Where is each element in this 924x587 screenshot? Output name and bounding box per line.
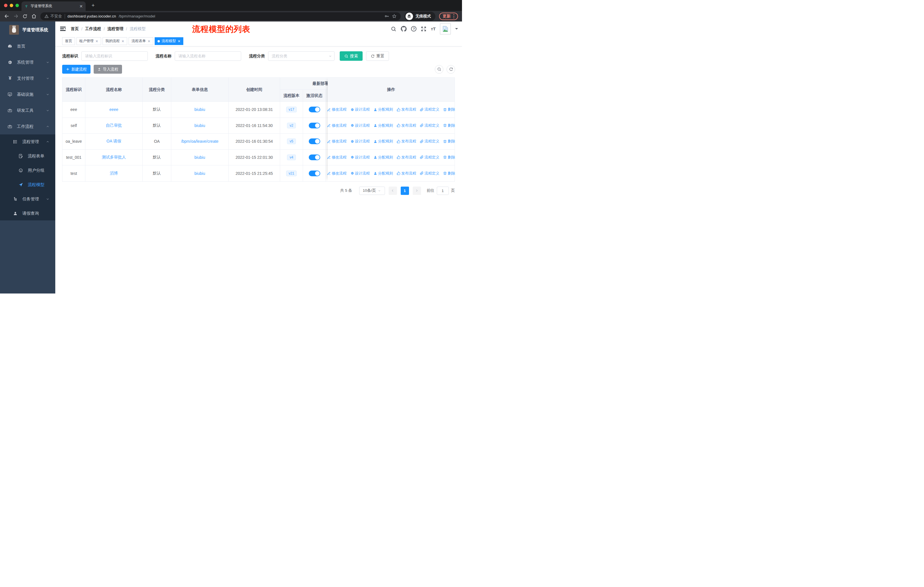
font-size-icon[interactable]: ᴛT [431, 26, 436, 31]
maximize-window-button[interactable] [15, 4, 19, 7]
create-process-button[interactable]: 新建流程 [62, 65, 91, 74]
action-delete-link[interactable]: 删除 [443, 107, 455, 112]
sidebar-item-gear[interactable]: 系统管理 [0, 54, 55, 70]
action-deploy-link[interactable]: 发布流程 [397, 155, 416, 160]
action-delete-link[interactable]: 删除 [443, 171, 455, 176]
home-icon[interactable] [31, 13, 37, 19]
prev-page-button[interactable] [389, 187, 397, 195]
help-icon[interactable]: ? [411, 26, 416, 31]
tag-view-item[interactable]: 租户管理✕ [76, 37, 101, 45]
action-design-link[interactable]: 设计流程 [350, 171, 370, 176]
process-name-link[interactable]: 自己审批 [106, 123, 122, 128]
action-design-link[interactable]: 设计流程 [350, 139, 370, 144]
sidebar-item-user[interactable]: 请假查询 [0, 206, 55, 220]
form-info-link[interactable]: biubiu [195, 123, 205, 128]
action-design-link[interactable]: 设计流程 [350, 123, 370, 128]
breadcrumb-item[interactable]: 流程管理 [107, 26, 124, 31]
forward-icon[interactable] [13, 13, 19, 19]
action-deploy-link[interactable]: 发布流程 [397, 139, 416, 144]
active-toggle[interactable] [309, 154, 320, 160]
action-definition-link[interactable]: 流程定义 [420, 155, 439, 160]
action-definition-link[interactable]: 流程定义 [420, 171, 439, 176]
form-info-link[interactable]: /bpm/oa/leave/create [181, 139, 219, 144]
search-icon[interactable] [391, 26, 396, 32]
action-assign-link[interactable]: 分配规则 [373, 139, 393, 144]
version-badge[interactable]: v2 [287, 123, 296, 128]
sidebar-item-form[interactable]: 流程表单 [0, 149, 55, 163]
action-assign-link[interactable]: 分配规则 [373, 123, 393, 128]
close-icon[interactable]: ✕ [121, 39, 124, 43]
security-warning[interactable]: 不安全 [45, 14, 62, 19]
new-tab-button[interactable]: + [89, 2, 97, 9]
sidebar-item-yen[interactable]: ¥支付管理 [0, 70, 55, 86]
version-badge[interactable]: v17 [286, 107, 297, 112]
action-design-link[interactable]: 设计流程 [350, 107, 370, 112]
action-edit-link[interactable]: 修改流程 [327, 123, 346, 128]
sidebar-item-briefcase[interactable]: 工作流程 [0, 118, 55, 134]
url-bar[interactable]: 不安全 dashboard.yudao.iocoder.cn/bpm/manag… [40, 12, 401, 20]
refresh-table-button[interactable] [447, 65, 455, 74]
sidebar-item-monitor[interactable]: 基础设施 [0, 86, 55, 103]
action-delete-link[interactable]: 删除 [443, 155, 455, 160]
process-name-link[interactable]: 测试多审批人 [102, 155, 126, 160]
next-page-button[interactable] [413, 187, 421, 195]
close-icon[interactable]: ✕ [178, 39, 180, 43]
action-deploy-link[interactable]: 发布流程 [397, 171, 416, 176]
page-size-select[interactable]: 10条/页 [359, 187, 385, 195]
filter-category-select[interactable]: 流程分类 [268, 51, 335, 61]
breadcrumb-item[interactable]: 工作流程 [85, 26, 101, 31]
tag-view-active[interactable]: 流程模型✕ [155, 37, 183, 45]
action-assign-link[interactable]: 分配规则 [373, 155, 393, 160]
action-deploy-link[interactable]: 发布流程 [397, 107, 416, 112]
filter-key-input[interactable] [81, 51, 148, 61]
form-info-link[interactable]: biubiu [195, 171, 205, 176]
filter-name-input[interactable] [175, 51, 241, 61]
active-toggle[interactable] [309, 139, 320, 144]
action-delete-link[interactable]: 删除 [443, 123, 455, 128]
action-assign-link[interactable]: 分配规则 [373, 107, 393, 112]
action-edit-link[interactable]: 修改流程 [327, 171, 346, 176]
action-assign-link[interactable]: 分配规则 [373, 171, 393, 176]
sidebar-item-list[interactable]: 流程管理 [0, 134, 55, 149]
close-window-button[interactable] [4, 4, 7, 7]
close-icon[interactable]: ✕ [147, 39, 150, 43]
action-definition-link[interactable]: 流程定义 [420, 107, 439, 112]
action-design-link[interactable]: 设计流程 [350, 155, 370, 160]
back-icon[interactable] [4, 13, 10, 19]
minimize-window-button[interactable] [10, 4, 13, 7]
sidebar-item-plane[interactable]: 流程模型 [0, 177, 55, 192]
browser-tab[interactable]: 芋道管理系统 ✕ [21, 2, 86, 11]
process-name-link[interactable]: eeee [109, 107, 118, 112]
tag-view-item[interactable]: 我的流程✕ [102, 37, 127, 45]
window-controls[interactable] [4, 4, 19, 7]
process-name-link[interactable]: OA 请假 [107, 139, 121, 144]
import-process-button[interactable]: 导入流程 [94, 65, 122, 74]
page-number-current[interactable]: 1 [401, 187, 409, 195]
search-button[interactable]: 搜索 [340, 51, 363, 61]
tab-close-icon[interactable]: ✕ [79, 4, 83, 8]
close-icon[interactable]: ✕ [96, 39, 98, 43]
version-badge[interactable]: v4 [287, 154, 296, 160]
update-button[interactable]: 更新 [439, 13, 458, 20]
reset-button[interactable]: 重置 [366, 51, 389, 61]
action-edit-link[interactable]: 修改流程 [327, 139, 346, 144]
action-edit-link[interactable]: 修改流程 [327, 155, 346, 160]
bookmark-star-icon[interactable] [392, 14, 397, 19]
collapse-sidebar-icon[interactable] [60, 26, 66, 31]
browser-menu-icon[interactable] [454, 14, 455, 19]
sidebar-item-toolbox[interactable]: 研发工具 [0, 103, 55, 118]
reload-icon[interactable] [22, 14, 28, 19]
active-toggle[interactable] [309, 107, 320, 112]
action-deploy-link[interactable]: 发布流程 [397, 123, 416, 128]
chevron-down-icon[interactable] [455, 28, 458, 31]
goto-page-input[interactable] [437, 187, 449, 195]
form-info-link[interactable]: biubiu [195, 155, 205, 160]
fullscreen-icon[interactable] [421, 26, 426, 32]
action-delete-link[interactable]: 删除 [443, 139, 455, 144]
active-toggle[interactable] [309, 123, 320, 128]
version-badge[interactable]: v5 [287, 139, 296, 144]
avatar[interactable] [440, 23, 451, 35]
sidebar-item-dashboard[interactable]: 首页 [0, 38, 55, 54]
tag-view-item[interactable]: 首页 [62, 37, 75, 45]
sidebar-item-group[interactable]: 用户分组 [0, 163, 55, 177]
